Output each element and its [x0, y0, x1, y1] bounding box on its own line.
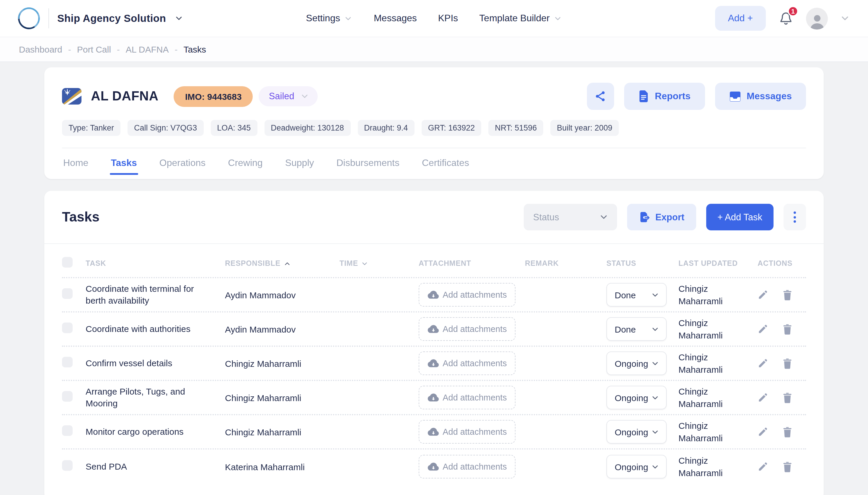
- delete-task-button[interactable]: [782, 461, 793, 472]
- edit-task-button[interactable]: [758, 426, 768, 437]
- tab-home[interactable]: Home: [62, 148, 89, 179]
- status-filter-select[interactable]: Status: [524, 204, 617, 231]
- task-status-select[interactable]: Done: [606, 317, 667, 341]
- tab-certificates[interactable]: Certificates: [421, 148, 470, 179]
- task-row: Send PDAKaterina MaharramliAdd attachmen…: [62, 449, 806, 484]
- add-attachments-button[interactable]: Add attachments: [419, 352, 516, 375]
- task-row: Coordinate with terminal for berth avail…: [62, 278, 806, 312]
- nav-item-messages[interactable]: Messages: [374, 13, 417, 23]
- select-all-checkbox[interactable]: [62, 257, 73, 268]
- nav-item-kpis[interactable]: KPIs: [438, 13, 458, 23]
- more-options-button[interactable]: [784, 204, 806, 231]
- row-checkbox[interactable]: [62, 288, 73, 299]
- row-checkbox[interactable]: [62, 391, 73, 402]
- row-checkbox[interactable]: [62, 460, 73, 471]
- task-row: Coordinate with authoritiesAydin Mammado…: [62, 312, 806, 347]
- vessel-status-dropdown[interactable]: Sailed: [259, 86, 318, 106]
- delete-task-button[interactable]: [782, 392, 793, 403]
- pencil-icon: [758, 289, 768, 300]
- breadcrumb-item-dashboard[interactable]: Dashboard: [19, 44, 62, 54]
- add-attachments-button[interactable]: Add attachments: [419, 455, 516, 478]
- task-status-value: Ongoing: [615, 462, 648, 472]
- task-status-select[interactable]: Ongoing: [606, 455, 667, 478]
- status-filter-label: Status: [533, 212, 559, 222]
- task-responsible: Aydin Mammadov: [225, 289, 340, 301]
- tab-tasks[interactable]: Tasks: [109, 148, 138, 179]
- column-header-remark: REMARK: [525, 259, 606, 268]
- task-status-select[interactable]: Done: [606, 283, 667, 307]
- tab-supply[interactable]: Supply: [284, 148, 315, 179]
- chevron-down-icon: [300, 91, 310, 101]
- breadcrumb-item-port-call[interactable]: Port Call: [77, 44, 111, 54]
- breadcrumb-separator: -: [68, 44, 71, 54]
- nav-item-settings[interactable]: Settings: [306, 13, 352, 23]
- top-actions: Add + 1: [715, 6, 850, 31]
- add-attachments-button[interactable]: Add attachments: [419, 283, 516, 307]
- column-header-time[interactable]: TIME: [340, 259, 419, 268]
- task-status-value: Done: [615, 324, 636, 334]
- chevron-down-icon: [553, 14, 562, 23]
- breadcrumb-item-al-dafna[interactable]: AL DAFNA: [126, 44, 169, 54]
- vessel-attribute-chip: GRT: 163922: [422, 120, 482, 136]
- add-attachments-button[interactable]: Add attachments: [419, 317, 516, 341]
- add-task-button[interactable]: + Add Task: [706, 204, 774, 231]
- edit-task-button[interactable]: [758, 392, 768, 403]
- task-responsible: Aydin Mammadov: [225, 323, 340, 335]
- vessel-flag-icon: [62, 88, 82, 105]
- task-name: Send PDA: [86, 461, 225, 473]
- task-status-select[interactable]: Ongoing: [606, 420, 667, 444]
- chevron-down-icon: [344, 14, 352, 23]
- share-button[interactable]: [587, 83, 614, 110]
- task-name: Coordinate with terminal for berth avail…: [86, 283, 225, 307]
- breadcrumb: Dashboard-Port Call-AL DAFNA-Tasks: [0, 37, 868, 62]
- delete-task-button[interactable]: [782, 426, 793, 438]
- task-row: Arrange Pilots, Tugs, and MooringChingiz…: [62, 381, 806, 415]
- delete-task-button[interactable]: [782, 323, 793, 335]
- edit-task-button[interactable]: [758, 461, 768, 472]
- vessel-attribute-chip: Type: Tanker: [62, 120, 120, 136]
- avatar[interactable]: [806, 7, 828, 29]
- main-nav: SettingsMessagesKPIsTemplate Builder: [306, 13, 562, 23]
- vessel-attribute-chip: Built year: 2009: [550, 120, 619, 136]
- reports-button[interactable]: Reports: [624, 83, 705, 110]
- edit-task-button[interactable]: [758, 358, 768, 369]
- app-root: Ship Agency Solution SettingsMessagesKPI…: [0, 0, 868, 495]
- task-last-updated: Chingiz Maharramli: [678, 283, 758, 307]
- vessel-header: AL DAFNA IMO: 9443683 Sailed: [44, 67, 824, 110]
- add-button[interactable]: Add +: [715, 6, 766, 31]
- export-label: Export: [656, 212, 684, 222]
- edit-task-button[interactable]: [758, 324, 768, 334]
- trash-icon: [782, 289, 793, 301]
- nav-item-template-builder[interactable]: Template Builder: [479, 13, 562, 23]
- vessel-attribute-chip: LOA: 345: [210, 120, 257, 136]
- task-status-select[interactable]: Ongoing: [606, 352, 667, 375]
- delete-task-button[interactable]: [782, 289, 793, 301]
- export-button[interactable]: Export: [627, 204, 696, 231]
- task-status-select[interactable]: Ongoing: [606, 386, 667, 409]
- column-header-last-updated: LAST UPDATED: [678, 259, 758, 268]
- tab-crewing[interactable]: Crewing: [227, 148, 264, 179]
- edit-task-button[interactable]: [758, 289, 768, 300]
- chevron-down-icon: [599, 212, 609, 222]
- tab-disbursements[interactable]: Disbursements: [335, 148, 401, 179]
- user-icon: [808, 13, 826, 29]
- vessel-attributes: Type: TankerCall Sign: V7QG3LOA: 345Dead…: [44, 120, 824, 136]
- row-checkbox[interactable]: [62, 425, 73, 436]
- add-attachments-button[interactable]: Add attachments: [419, 420, 516, 444]
- add-attachments-button[interactable]: Add attachments: [419, 386, 516, 409]
- row-checkbox[interactable]: [62, 357, 73, 368]
- notification-badge: 1: [788, 6, 798, 17]
- task-last-updated: Chingiz Maharramli: [678, 454, 758, 479]
- column-header-responsible[interactable]: RESPONSIBLE: [225, 259, 340, 268]
- messages-button[interactable]: Messages: [715, 83, 806, 110]
- delete-task-button[interactable]: [782, 358, 793, 369]
- notifications-button[interactable]: 1: [778, 10, 794, 27]
- brand[interactable]: Ship Agency Solution: [18, 7, 184, 30]
- table-body: Coordinate with terminal for berth avail…: [62, 278, 806, 484]
- vessel-attribute-chip: Draught: 9.4: [358, 120, 415, 136]
- tab-operations[interactable]: Operations: [158, 148, 207, 179]
- row-checkbox[interactable]: [62, 323, 73, 333]
- trash-icon: [782, 323, 793, 335]
- account-chevron-down-icon[interactable]: [840, 13, 850, 23]
- table-header-row: TASKRESPONSIBLETIMEATTACHMENTREMARKSTATU…: [62, 250, 806, 278]
